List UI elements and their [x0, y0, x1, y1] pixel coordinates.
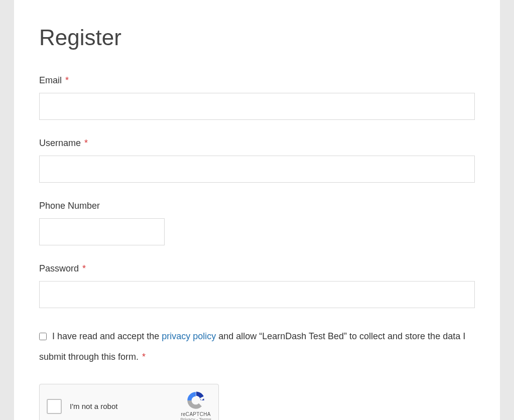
- register-card: Register Email * Username * Phone Number…: [14, 0, 500, 420]
- field-password: Password *: [39, 263, 475, 308]
- recaptcha-icon: [186, 390, 206, 410]
- consent-text-before: I have read and accept the: [52, 331, 162, 341]
- recaptcha-checkbox[interactable]: [47, 399, 62, 414]
- consent-checkbox[interactable]: [39, 333, 47, 340]
- page-title: Register: [39, 25, 475, 50]
- recaptcha-branding: reCAPTCHA Privacy - Terms: [180, 390, 211, 420]
- email-label-row: Email *: [39, 75, 475, 86]
- recaptcha-separator: -: [195, 417, 199, 420]
- recaptcha-left: I'm not a robot: [47, 399, 117, 414]
- field-phone: Phone Number: [39, 201, 475, 245]
- username-label: Username: [39, 138, 81, 148]
- recaptcha-brand: reCAPTCHA: [180, 411, 211, 417]
- recaptcha-links: Privacy - Terms: [180, 417, 211, 420]
- email-input[interactable]: [39, 93, 475, 120]
- field-email: Email *: [39, 75, 475, 120]
- consent-row: I have read and accept the privacy polic…: [39, 326, 475, 368]
- required-marker: *: [142, 352, 146, 362]
- recaptcha-label: I'm not a robot: [70, 402, 117, 410]
- username-label-row: Username *: [39, 138, 475, 149]
- password-label-row: Password *: [39, 263, 475, 274]
- phone-label-row: Phone Number: [39, 201, 475, 211]
- email-label: Email: [39, 75, 62, 85]
- privacy-policy-link[interactable]: privacy policy: [162, 331, 216, 341]
- recaptcha-terms-link[interactable]: Terms: [199, 417, 212, 420]
- recaptcha-widget: I'm not a robot reCAPTCHA Privacy - Term…: [39, 384, 219, 420]
- required-marker: *: [84, 138, 88, 148]
- required-marker: *: [82, 263, 86, 273]
- phone-label: Phone Number: [39, 201, 100, 211]
- recaptcha-privacy-link[interactable]: Privacy: [180, 417, 195, 420]
- password-input[interactable]: [39, 281, 475, 308]
- field-username: Username *: [39, 138, 475, 183]
- password-label: Password: [39, 263, 79, 273]
- username-input[interactable]: [39, 156, 475, 183]
- required-marker: *: [65, 75, 69, 85]
- phone-input[interactable]: [39, 218, 165, 245]
